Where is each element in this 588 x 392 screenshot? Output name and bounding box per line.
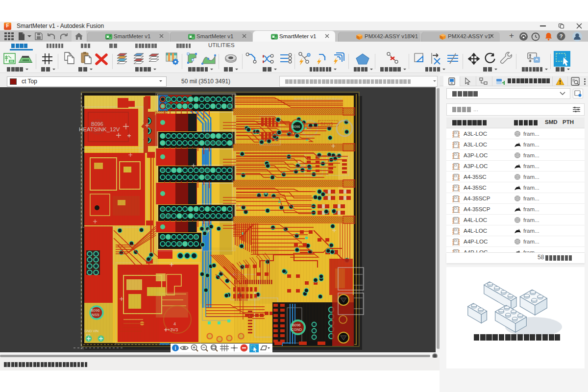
svg-text:i: i xyxy=(175,345,176,351)
svg-text:+3V3: +3V3 xyxy=(168,327,178,332)
svg-text:4: 4 xyxy=(173,321,176,326)
svg-text:?: ? xyxy=(560,33,563,39)
svg-text:B096: B096 xyxy=(292,125,300,128)
